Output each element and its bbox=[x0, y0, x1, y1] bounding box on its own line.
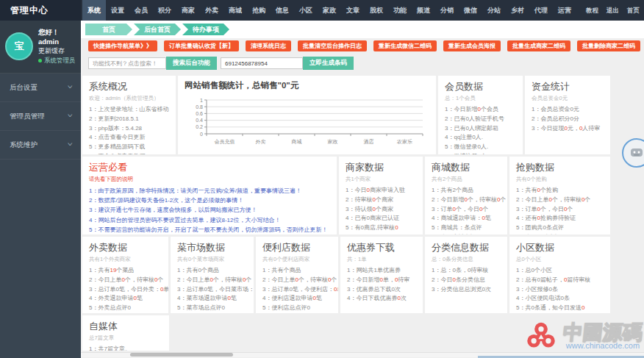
svg-text:0.2: 0.2 bbox=[196, 124, 203, 129]
nav-item-1[interactable]: 系统 bbox=[82, 0, 106, 21]
nav-item-12[interactable]: 文章 bbox=[341, 0, 365, 21]
svg-text:商城: 商城 bbox=[291, 139, 302, 144]
panel-item: 5：更多精品源码下载 bbox=[89, 143, 169, 152]
panel-item: 1：网站共1单优惠券 bbox=[347, 266, 416, 276]
nav-item-21[interactable]: 运营 bbox=[553, 0, 576, 21]
customer-service-float-button[interactable] bbox=[622, 138, 644, 168]
nav-item-16[interactable]: 分销 bbox=[435, 0, 459, 21]
watermark-url: www.chinacode.com bbox=[563, 341, 643, 350]
quick-action-button-4[interactable]: 批量清空后台操作日志 bbox=[298, 40, 367, 51]
quick-actions-row: 快捷操作导航菜单》》订单批量确认收货【新】清理系统日志批量清空后台操作日志重新生… bbox=[88, 40, 640, 51]
tab-2[interactable]: 后台首页 bbox=[134, 24, 181, 35]
panel-subtitle: 总7篇文章 bbox=[89, 334, 162, 342]
sidebar-item-2[interactable]: 管理员管理˅ bbox=[0, 102, 81, 131]
panel-item: 1：由于政策原因，除非特殊情况：请关闭一元云购/众筹/频道，重要事情说三遍！ bbox=[89, 186, 330, 196]
nav-item-3[interactable]: 会员 bbox=[129, 0, 153, 21]
panel-item: 4：qq注册0人. bbox=[445, 133, 516, 143]
tab-3[interactable]: 待办事项 bbox=[182, 24, 229, 35]
topbar-link-3[interactable]: 首页 bbox=[627, 0, 640, 21]
panel-item: 5：微信登录0人. bbox=[445, 143, 516, 152]
panel-system-overview: 系统概况 欢迎：admin（系统管理员） 1：上次登录地址：山东省移动2：更新到… bbox=[82, 76, 176, 154]
nav-item-14[interactable]: 功能 bbox=[388, 0, 412, 21]
panel-item: 3：总订单0笔，今日外卖：0单 bbox=[89, 285, 162, 295]
panel-item: 6：今日商城点评：0次 bbox=[432, 233, 501, 235]
panel-item: 2：数据库/源码建议每天备份1-2次，这个是必须做的事情！ bbox=[89, 196, 330, 205]
quick-action-button-2[interactable]: 订单批量确认收货【新】 bbox=[164, 40, 239, 51]
barcode-input[interactable] bbox=[221, 57, 303, 69]
user-greeting: 您好！admin bbox=[38, 27, 76, 46]
panel-item: 4：还有0抢购券待验证 bbox=[516, 214, 604, 223]
panel-item: 2：今日上单0个，待审核0个 bbox=[177, 276, 247, 285]
quick-action-button-8[interactable]: 批量删除商家二维码 bbox=[577, 40, 640, 51]
quick-action-button-7[interactable]: 批量生成商家二维码 bbox=[507, 40, 570, 51]
panel-item: 2：已有0人验证手机号 bbox=[445, 115, 516, 124]
panel-title: 会员数据 bbox=[445, 80, 516, 93]
panel-item: 3：小区报修0条 bbox=[516, 285, 604, 295]
update-cache-link[interactable]: 更新缓存 bbox=[38, 46, 76, 56]
scrollbar-thumb[interactable] bbox=[130, 353, 233, 357]
nav-item-5[interactable]: 商家 bbox=[176, 0, 200, 21]
sidebar-item-3[interactable]: 系统维护˅ bbox=[0, 131, 81, 160]
panel-item: 4：小区便民电话0条 bbox=[516, 294, 604, 304]
panel-item: 6：今日团购点评0次 bbox=[516, 233, 604, 235]
panel-coupon-data: 优惠券下载 共：1单 1：网站共1单优惠券2：今日新增0单，0待审3：优惠券总下… bbox=[340, 237, 423, 313]
panel-title: 分类信息数据 bbox=[432, 241, 501, 254]
panel-item: 3：订单0个，今日0个 bbox=[432, 205, 501, 215]
panel-title: 系统概况 bbox=[89, 80, 169, 93]
quick-action-button-1[interactable]: 快捷操作导航菜单》》 bbox=[88, 40, 157, 51]
nav-item-13[interactable]: 股权 bbox=[365, 0, 388, 21]
admin-dashboard: 管理中心 系统设置会员积分商家外卖商城抢购信息小区家政文章股权功能频道分销微信分… bbox=[0, 0, 644, 358]
panel-item: 5：共0条通，知今日发送0 bbox=[516, 304, 604, 313]
nav-item-15[interactable]: 频道 bbox=[412, 0, 435, 21]
panel-subtitle: 总：1个会员 bbox=[445, 95, 516, 102]
quick-action-button-3[interactable]: 清理系统日志 bbox=[246, 40, 291, 51]
tab-1[interactable]: 首页 bbox=[85, 24, 132, 35]
nav-item-6[interactable]: 外卖 bbox=[200, 0, 223, 21]
panel-title: 运营必看 bbox=[89, 161, 330, 174]
generate-barcode-button[interactable]: 立即生成条码 bbox=[303, 57, 354, 70]
sidebar-item-1[interactable]: 后台设置˅ bbox=[0, 74, 81, 102]
function-search-input[interactable] bbox=[88, 57, 166, 69]
panel-item: 3：今日提现0元，0人待审 bbox=[532, 124, 604, 134]
topbar-link-1[interactable]: 教程 bbox=[586, 0, 598, 21]
svg-text:0.8: 0.8 bbox=[196, 104, 203, 110]
panel-item: 5：便利店总点评0 bbox=[262, 304, 332, 313]
watermark-brand: 中國源碼 bbox=[562, 322, 644, 343]
topbar-link-2[interactable]: 退出 bbox=[607, 0, 619, 21]
panel-item: 5：菜市场总点评0 bbox=[177, 304, 247, 313]
panel-item: 4：便利店退款申请0笔 bbox=[262, 294, 332, 304]
nav-item-17[interactable]: 微信 bbox=[459, 0, 482, 21]
panel-item: 1：总：0条，0待审核 bbox=[432, 266, 501, 276]
watermark-logo-icon bbox=[522, 317, 560, 355]
nav-item-20[interactable]: 代理 bbox=[529, 0, 553, 21]
nav-item-10[interactable]: 小区 bbox=[294, 0, 318, 21]
panel-flashsale-data: 抢购数据 共有0个抢购 1：共有0个抢购2：今日上单0个，待审核0个3：订单0个… bbox=[509, 157, 610, 235]
search-backend-button[interactable]: 搜索后台功能 bbox=[166, 57, 217, 70]
panel-title: 便利店数据 bbox=[262, 241, 332, 254]
panel-title: 自媒体 bbox=[89, 320, 162, 333]
panel-item: 5：外卖总点评0 bbox=[89, 304, 162, 313]
svg-text:会员充值: 会员充值 bbox=[215, 139, 235, 145]
nav-item-4[interactable]: 积分 bbox=[153, 0, 176, 21]
panel-item: 3：总订单0笔，今日菜市场：0单 bbox=[177, 285, 247, 295]
nav-item-7[interactable]: 商城 bbox=[223, 0, 247, 21]
nav-item-8[interactable]: 抢购 bbox=[247, 0, 271, 21]
panel-subtitle: 欢迎：admin（系统管理员） bbox=[89, 95, 169, 102]
svg-text:酒店: 酒店 bbox=[364, 138, 374, 145]
nav-item-11[interactable]: 家政 bbox=[318, 0, 341, 21]
panel-community-data: 小区数据 总0个小区 1：总0个小区2：总有0篇帖子，0篇待审核3：小区报修0条… bbox=[509, 237, 610, 313]
quick-action-button-6[interactable]: 重新生成会员海报 bbox=[443, 40, 501, 51]
avatar: 宝 bbox=[5, 32, 33, 60]
panel-item: 1：共有2个商品 bbox=[432, 186, 501, 196]
sidebar-menu: 后台设置˅管理员管理˅系统维护˅ bbox=[0, 74, 81, 160]
panel-classified-data: 分类信息数据 总：0条分类信息 1：总：0条，0待审核2：今日0条分类信息3：分… bbox=[425, 237, 507, 313]
panel-item: 4：已有0商家已认证 bbox=[346, 214, 416, 223]
quick-action-button-5[interactable]: 重新生成微信二维码 bbox=[373, 40, 437, 51]
chevron-down-icon: ˅ bbox=[68, 102, 73, 130]
user-box: 宝 您好！admin 更新缓存 系统管理员 bbox=[0, 21, 81, 74]
nav-item-2[interactable]: 设置 bbox=[106, 0, 129, 21]
nav-item-18[interactable]: 分站 bbox=[482, 0, 506, 21]
nav-item-9[interactable]: 信息 bbox=[271, 0, 294, 21]
nav-item-19[interactable]: 乡村 bbox=[506, 0, 529, 21]
customer-service-icon bbox=[629, 146, 644, 160]
